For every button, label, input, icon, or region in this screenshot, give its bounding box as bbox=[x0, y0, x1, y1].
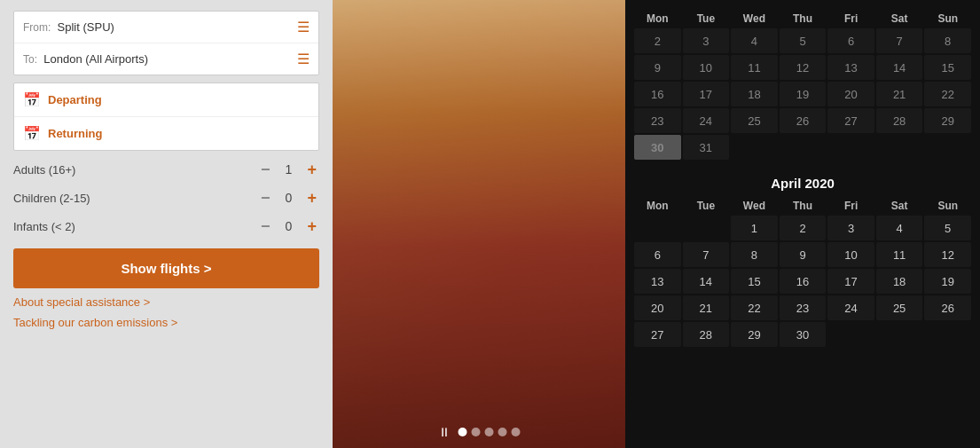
slide-dot-2[interactable] bbox=[472, 428, 481, 436]
from-row[interactable]: From: Split (SPU) ☰ bbox=[14, 12, 318, 43]
table-row[interactable]: 24 bbox=[683, 108, 730, 133]
table-row[interactable]: 19 bbox=[924, 269, 971, 294]
pause-icon[interactable]: ⏸ bbox=[438, 425, 451, 439]
table-row[interactable]: 17 bbox=[683, 82, 730, 106]
april-grid: 1234567891011121314151617181920212223242… bbox=[634, 216, 971, 347]
children-plus-btn[interactable]: + bbox=[304, 190, 319, 206]
table-row[interactable]: 9 bbox=[634, 55, 681, 80]
table-row[interactable]: 10 bbox=[683, 55, 730, 80]
table-row[interactable]: 21 bbox=[683, 295, 730, 320]
table-row[interactable]: 1 bbox=[731, 216, 778, 240]
infants-plus-btn[interactable]: + bbox=[304, 218, 319, 234]
table-row[interactable]: 28 bbox=[876, 108, 923, 133]
table-row[interactable]: 14 bbox=[683, 269, 730, 294]
table-row[interactable]: 30 bbox=[780, 322, 827, 347]
table-row[interactable]: 11 bbox=[731, 55, 778, 80]
table-row[interactable]: 17 bbox=[827, 269, 874, 294]
table-row[interactable]: 9 bbox=[780, 242, 827, 267]
april-header-mon: Mon bbox=[634, 196, 681, 216]
table-row[interactable]: 2 bbox=[780, 216, 827, 240]
table-row[interactable]: 21 bbox=[876, 82, 923, 106]
slide-dot-3[interactable] bbox=[485, 428, 494, 436]
table-row[interactable]: 22 bbox=[924, 82, 971, 106]
table-row[interactable]: 5 bbox=[780, 28, 827, 53]
table-row[interactable]: 18 bbox=[876, 269, 923, 294]
table-row[interactable]: 3 bbox=[827, 216, 874, 240]
table-row[interactable]: 29 bbox=[731, 322, 778, 347]
table-row[interactable]: 26 bbox=[924, 295, 971, 320]
table-row[interactable]: 26 bbox=[780, 108, 827, 133]
infants-minus-btn[interactable]: − bbox=[258, 218, 273, 234]
carbon-link[interactable]: Tackling our carbon emissions > bbox=[13, 316, 319, 329]
table-row[interactable]: 6 bbox=[827, 28, 874, 53]
table-row[interactable]: 12 bbox=[780, 55, 827, 80]
table-row[interactable]: 15 bbox=[731, 269, 778, 294]
table-row[interactable]: 27 bbox=[827, 108, 874, 133]
header-thu: Thu bbox=[780, 9, 827, 28]
table-row[interactable]: 25 bbox=[876, 295, 923, 320]
table-row[interactable]: 6 bbox=[634, 242, 681, 267]
table-row[interactable]: 24 bbox=[827, 295, 874, 320]
table-row[interactable]: 22 bbox=[731, 295, 778, 320]
table-row bbox=[634, 216, 681, 240]
table-row[interactable]: 7 bbox=[683, 242, 730, 267]
to-row[interactable]: To: London (All Airports) ☰ bbox=[14, 43, 318, 75]
adults-counter: − 1 + bbox=[258, 161, 319, 177]
special-assistance-link[interactable]: About special assistance > bbox=[13, 295, 319, 309]
slide-dot-4[interactable] bbox=[498, 428, 507, 436]
adults-minus-btn[interactable]: − bbox=[258, 161, 273, 177]
infants-label: Infants (< 2) bbox=[13, 220, 258, 233]
table-row[interactable]: 3 bbox=[683, 28, 730, 53]
table-row[interactable]: 7 bbox=[876, 28, 923, 53]
table-row[interactable]: 11 bbox=[876, 242, 923, 267]
table-row[interactable]: 16 bbox=[780, 269, 827, 294]
table-row[interactable]: 10 bbox=[827, 242, 874, 267]
infants-row: Infants (< 2) − 0 + bbox=[13, 215, 319, 238]
table-row[interactable]: 4 bbox=[731, 28, 778, 53]
table-row[interactable]: 29 bbox=[924, 108, 971, 133]
table-row[interactable]: 14 bbox=[876, 55, 923, 80]
header-sun: Sun bbox=[924, 9, 971, 28]
returning-row[interactable]: 📅 Returning bbox=[14, 117, 318, 150]
table-row[interactable]: 16 bbox=[634, 82, 681, 106]
table-row[interactable]: 5 bbox=[924, 216, 971, 240]
background-image bbox=[333, 0, 625, 448]
table-row[interactable]: 2 bbox=[634, 28, 681, 53]
table-row[interactable]: 12 bbox=[924, 242, 971, 267]
show-flights-button[interactable]: Show flights > bbox=[13, 248, 319, 288]
table-row[interactable]: 31 bbox=[683, 135, 730, 160]
table-row[interactable]: 8 bbox=[924, 28, 971, 53]
table-row[interactable]: 8 bbox=[731, 242, 778, 267]
table-row[interactable]: 20 bbox=[827, 82, 874, 106]
table-row[interactable]: 23 bbox=[780, 295, 827, 320]
table-row[interactable]: 27 bbox=[634, 322, 681, 347]
table-row[interactable]: 25 bbox=[731, 108, 778, 133]
children-label: Children (2-15) bbox=[13, 192, 258, 205]
children-minus-btn[interactable]: − bbox=[258, 190, 273, 206]
table-row[interactable]: 20 bbox=[634, 295, 681, 320]
table-row[interactable]: 23 bbox=[634, 108, 681, 133]
table-row[interactable]: 4 bbox=[876, 216, 923, 240]
table-row[interactable]: 18 bbox=[731, 82, 778, 106]
departing-label: Departing bbox=[48, 93, 102, 106]
children-row: Children (2-15) − 0 + bbox=[13, 186, 319, 209]
from-menu-icon[interactable]: ☰ bbox=[297, 19, 310, 35]
adults-plus-btn[interactable]: + bbox=[304, 161, 319, 177]
table-row[interactable]: 30 bbox=[634, 135, 681, 160]
table-row[interactable]: 13 bbox=[827, 55, 874, 80]
slide-dot-1[interactable] bbox=[459, 428, 467, 436]
table-row[interactable]: 28 bbox=[683, 322, 730, 347]
march-calendar: Mon Tue Wed Thu Fri Sat Sun 234567891011… bbox=[634, 9, 971, 160]
april-header-wed: Wed bbox=[731, 196, 778, 216]
table-row bbox=[924, 135, 971, 160]
april-header-fri: Fri bbox=[827, 196, 874, 216]
table-row[interactable]: 19 bbox=[780, 82, 827, 106]
departing-row[interactable]: 📅 Departing bbox=[14, 83, 318, 117]
slide-dot-5[interactable] bbox=[512, 428, 521, 436]
table-row[interactable]: 13 bbox=[634, 269, 681, 294]
slideshow-controls: ⏸ bbox=[438, 425, 521, 439]
table-row[interactable]: 15 bbox=[924, 55, 971, 80]
from-label: From: Split (SPU) bbox=[23, 20, 114, 34]
to-menu-icon[interactable]: ☰ bbox=[297, 51, 310, 67]
returning-label: Returning bbox=[48, 127, 102, 140]
